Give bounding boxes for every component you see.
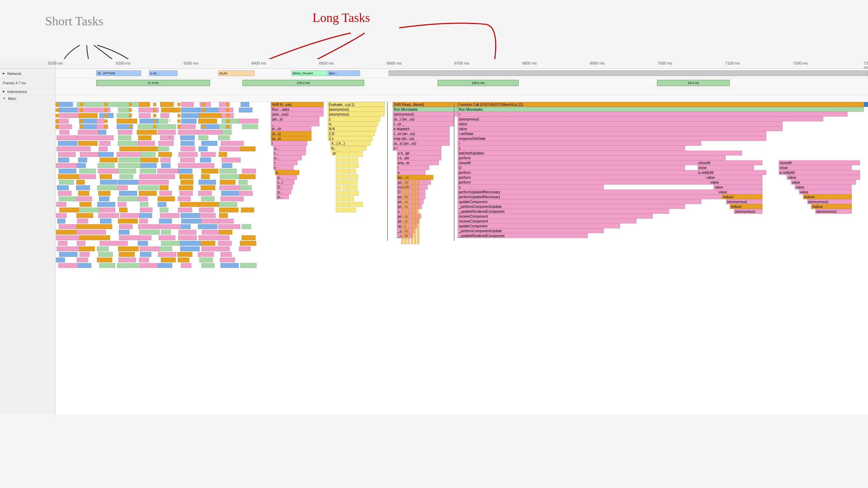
call-frame: r (397, 165, 429, 170)
time-marker: 6700 ms (454, 61, 469, 65)
call-frame (141, 163, 157, 168)
call-frame (159, 246, 172, 251)
call-frame (349, 152, 363, 157)
task-indicator (80, 119, 83, 123)
call-frame (97, 246, 109, 251)
call-frame (239, 191, 253, 196)
call-frame (139, 258, 149, 262)
call-frame (58, 152, 76, 157)
function-call-block: Function Call (0.5f7c99157096ec64.js:12) (458, 102, 868, 107)
call-frame: reduce (803, 194, 852, 199)
call-frame (56, 213, 67, 218)
call-frame: u... (273, 146, 306, 151)
call-frame: reduce (722, 194, 762, 199)
call-frame: u (458, 185, 604, 190)
call-frame (199, 235, 222, 240)
call-frame: (a...s) (271, 131, 311, 136)
frames-label: Frames 4.7 ms (0, 78, 56, 88)
call-frame (336, 185, 341, 190)
call-frame (117, 152, 141, 157)
task-indicator (104, 114, 107, 117)
call-frame (118, 258, 136, 262)
call-frame (198, 252, 214, 257)
time-marker: 6500 ms (319, 61, 334, 65)
call-frame (201, 141, 217, 146)
call-frame (349, 174, 358, 179)
call-frame (240, 185, 251, 190)
call-frame (77, 135, 101, 140)
time-marker: 6900 ms (590, 61, 604, 65)
network-bar: cli...1FTm29. (96, 70, 141, 76)
task-indicator (80, 125, 83, 128)
call-frame: s (273, 165, 294, 170)
task-indicator (202, 103, 205, 106)
task-bar (414, 175, 416, 244)
call-frame: value (791, 180, 856, 185)
call-frame (138, 196, 148, 201)
section-separator (387, 102, 388, 241)
call-frame (239, 246, 251, 251)
call-frame (76, 196, 92, 201)
call-frame (59, 169, 76, 174)
call-frame: r (273, 160, 298, 165)
call-frame: perform (458, 180, 709, 185)
timeline-container: 6100 ms6200 ms6300 ms6400 ms6500 ms6600 … (0, 59, 868, 414)
call-frame (158, 146, 169, 151)
task-indicator (129, 114, 132, 117)
call-frame-label: i (169, 119, 170, 123)
call-frame (160, 102, 174, 107)
call-frame (178, 152, 198, 157)
call-frame: (anonymous) (815, 209, 852, 214)
long-tasks-label: Long Tasks (312, 10, 370, 25)
call-frame: performUpdateIfNecessary (458, 194, 726, 199)
call-frame (220, 246, 230, 251)
call-frame: reduce (811, 204, 852, 209)
call-frame (57, 219, 66, 224)
call-frame (219, 213, 228, 218)
call-frame (158, 152, 172, 157)
call-frame: (an...s) (271, 117, 319, 121)
call-frame (242, 235, 256, 240)
call-frame (99, 135, 114, 140)
call-frame (139, 113, 151, 118)
call-frame (178, 196, 191, 201)
call-frame (76, 224, 99, 229)
call-frame (119, 146, 144, 151)
call-frame (77, 241, 85, 246)
task-indicator (56, 114, 59, 117)
task-indicator (202, 119, 205, 123)
interactions-label: ▶ Interactions (0, 88, 56, 95)
call-frame (56, 235, 80, 240)
task-indicator (104, 103, 107, 106)
call-frame: perform (458, 155, 726, 160)
task-bar (401, 175, 403, 244)
call-frame: value (713, 185, 762, 190)
call-frame (138, 241, 148, 246)
task-indicator (153, 125, 156, 128)
call-frame (242, 224, 251, 229)
call-frame: X...) X...) (330, 141, 371, 146)
call-frame (220, 174, 241, 179)
call-frame: O (458, 165, 685, 170)
call-frame (119, 208, 127, 212)
call-frame (349, 202, 363, 207)
call-frame (97, 258, 112, 262)
frame-bar: 128.5 ms (437, 80, 519, 86)
call-frame (140, 169, 156, 174)
call-frame: map (an...us) (393, 136, 450, 141)
call-frame (349, 185, 358, 190)
call-frame (198, 191, 211, 196)
task-indicator (202, 108, 205, 112)
call-frame (160, 180, 169, 185)
call-frame (80, 252, 90, 257)
call-frame: _updateRenderedComponent (458, 233, 587, 238)
call-frame (97, 185, 118, 190)
call-frame (201, 185, 215, 190)
call-frame (239, 108, 252, 112)
track-interactions[interactable]: ▶ Interactions (0, 88, 868, 95)
time-marker: 6100 ms (48, 61, 63, 65)
call-frame (58, 141, 77, 146)
call-frame (349, 163, 359, 168)
call-frame (241, 208, 254, 212)
time-marker: 7100 ms (725, 61, 740, 65)
